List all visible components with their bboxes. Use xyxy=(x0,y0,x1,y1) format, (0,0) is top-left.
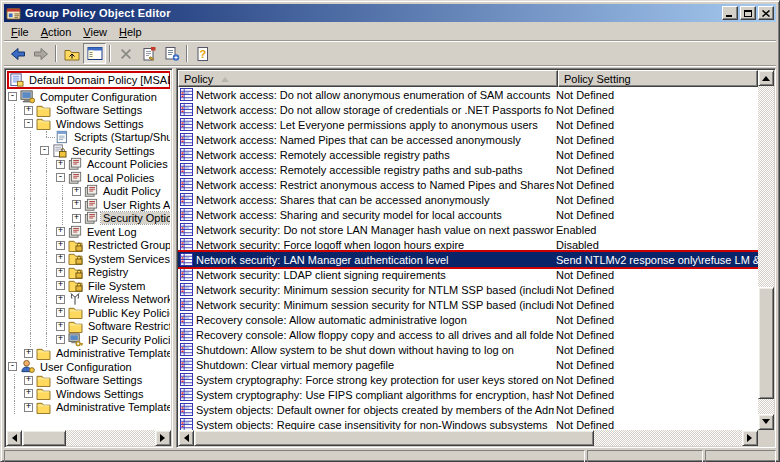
policy-row-recovery-console-allow-automatic-adminis[interactable]: Recovery console: Allow automatic admini… xyxy=(178,312,758,327)
title-bar[interactable]: Group Policy Object Editor xyxy=(4,4,776,22)
tree-horizontal-scrollbar[interactable] xyxy=(6,430,171,446)
close-button[interactable] xyxy=(758,6,774,20)
policy-row-network-access-sharing-and-security-mode[interactable]: Network access: Sharing and security mod… xyxy=(178,207,758,222)
expand-toggle[interactable]: + xyxy=(56,295,65,304)
tree-item-event-log[interactable]: +Event Log xyxy=(7,225,170,239)
tree-item-user-rights-ass[interactable]: +User Rights Ass xyxy=(7,198,170,212)
tree-item-registry[interactable]: +Registry xyxy=(7,266,170,280)
list-vertical-scrollbar[interactable] xyxy=(758,70,774,430)
collapse-toggle[interactable]: - xyxy=(56,173,65,182)
policy-row-system-cryptography-force-strong-key-pro[interactable]: System cryptography: Force strong key pr… xyxy=(178,372,758,387)
expand-toggle[interactable]: + xyxy=(56,335,65,344)
policy-row-recovery-console-allow-floppy-copy-and-a[interactable]: Recovery console: Allow floppy copy and … xyxy=(178,327,758,342)
policy-row-system-objects-require-case-insensitivit[interactable]: System objects: Require case insensitivi… xyxy=(178,417,758,430)
tree-item-audit-policy[interactable]: +Audit Policy xyxy=(7,185,170,199)
expand-toggle[interactable]: + xyxy=(24,349,33,358)
menu-action[interactable]: Action xyxy=(35,24,78,39)
policy-row-network-access-do-not-allow-storage-of-c[interactable]: Network access: Do not allow storage of … xyxy=(178,102,758,117)
scroll-left-button[interactable] xyxy=(6,430,22,446)
tree-item-user-configuration[interactable]: -User Configuration xyxy=(7,360,170,374)
expand-toggle[interactable]: + xyxy=(24,106,33,115)
collapse-toggle[interactable]: - xyxy=(8,362,17,371)
expand-toggle[interactable]: + xyxy=(56,254,65,263)
tree-item-default-domain-policy-msad2-dc-2[interactable]: Default Domain Policy [MSAD2-DC-2 xyxy=(9,73,169,87)
policy-row-shutdown-clear-virtual-memory-pagefile[interactable]: Shutdown: Clear virtual memory pagefileN… xyxy=(178,357,758,372)
tree-item-administrative-templates[interactable]: +Administrative Templates xyxy=(7,347,170,361)
scroll-thumb[interactable] xyxy=(22,430,66,446)
scroll-track[interactable] xyxy=(594,430,742,446)
expand-toggle[interactable]: + xyxy=(56,160,65,169)
tree-item-wireless-network-i[interactable]: +Wireless Network (I xyxy=(7,293,170,307)
tree-item-public-key-policies[interactable]: +Public Key Policies xyxy=(7,306,170,320)
tree-item-administrative-templates[interactable]: +Administrative Templates xyxy=(7,401,170,415)
expand-toggle[interactable]: + xyxy=(72,187,81,196)
policy-row-network-access-let-everyone-permissions-[interactable]: Network access: Let Everyone permissions… xyxy=(178,117,758,132)
delete-button[interactable] xyxy=(114,43,137,64)
expand-toggle[interactable]: + xyxy=(24,403,33,412)
policy-row-network-security-lan-manager-authenticat[interactable]: Network security: LAN Manager authentica… xyxy=(178,252,758,267)
tree-item-security-option[interactable]: +Security Option xyxy=(7,212,170,226)
policy-row-network-access-shares-that-can-be-access[interactable]: Network access: Shares that can be acces… xyxy=(178,192,758,207)
minimize-button[interactable] xyxy=(722,6,738,20)
tree-item-scripts-startup-shutdo[interactable]: Scripts (Startup/Shutdo xyxy=(7,131,170,145)
tree-item-computer-configuration[interactable]: -Computer Configuration xyxy=(7,90,170,104)
tree-item-software-settings[interactable]: +Software Settings xyxy=(7,374,170,388)
tree-item-windows-settings[interactable]: +Windows Settings xyxy=(7,387,170,401)
expand-toggle[interactable]: + xyxy=(72,200,81,209)
scroll-right-button[interactable] xyxy=(155,430,171,446)
scroll-thumb[interactable] xyxy=(194,430,594,446)
expand-toggle[interactable]: + xyxy=(24,376,33,385)
menu-view[interactable]: View xyxy=(77,24,113,39)
list-horizontal-scrollbar[interactable] xyxy=(178,430,758,446)
tree-item-account-policies[interactable]: +Account Policies xyxy=(7,158,170,172)
scroll-track[interactable] xyxy=(758,86,774,414)
tree-item-security-settings[interactable]: -Security Settings xyxy=(7,144,170,158)
column-header-policy[interactable]: Policy xyxy=(178,70,558,87)
maximize-button[interactable] xyxy=(740,6,756,20)
policy-row-network-security-force-logoff-when-logon[interactable]: Network security: Force logoff when logo… xyxy=(178,237,758,252)
scroll-right-button[interactable] xyxy=(742,430,758,446)
up-one-level-button[interactable] xyxy=(60,43,83,64)
tree-item-restricted-groups[interactable]: +Restricted Groups xyxy=(7,239,170,253)
scroll-track[interactable] xyxy=(66,430,155,446)
collapse-toggle[interactable]: - xyxy=(8,92,17,101)
policy-row-network-security-do-not-store-lan-manage[interactable]: Network security: Do not store LAN Manag… xyxy=(178,222,758,237)
policy-row-network-access-named-pipes-that-can-be-a[interactable]: Network access: Named Pipes that can be … xyxy=(178,132,758,147)
tree-item-local-policies[interactable]: -Local Policies xyxy=(7,171,170,185)
scroll-left-button[interactable] xyxy=(178,430,194,446)
tree-item-software-restriction[interactable]: +Software Restriction xyxy=(7,320,170,334)
expand-toggle[interactable]: + xyxy=(24,389,33,398)
policy-row-network-access-remotely-accessible-regis[interactable]: Network access: Remotely accessible regi… xyxy=(178,147,758,162)
expand-toggle[interactable]: + xyxy=(72,214,81,223)
export-list-button[interactable] xyxy=(160,43,183,64)
scroll-up-button[interactable] xyxy=(758,70,774,86)
tree-item-software-settings[interactable]: +Software Settings xyxy=(7,104,170,118)
menu-file[interactable]: File xyxy=(5,24,35,39)
policy-row-network-access-restrict-anonymous-access[interactable]: Network access: Restrict anonymous acces… xyxy=(178,177,758,192)
scroll-thumb[interactable] xyxy=(758,287,774,399)
policy-row-network-access-remotely-accessible-regis[interactable]: Network access: Remotely accessible regi… xyxy=(178,162,758,177)
policy-row-system-objects-default-owner-for-objects[interactable]: System objects: Default owner for object… xyxy=(178,402,758,417)
policy-row-network-security-minimum-session-securit[interactable]: Network security: Minimum session securi… xyxy=(178,282,758,297)
expand-toggle[interactable]: + xyxy=(56,227,65,236)
collapse-toggle[interactable]: - xyxy=(40,146,49,155)
expand-toggle[interactable]: + xyxy=(56,268,65,277)
tree-item-system-services[interactable]: +System Services xyxy=(7,252,170,266)
tree-item-windows-settings[interactable]: -Windows Settings xyxy=(7,117,170,131)
help-button[interactable]: ? xyxy=(191,43,214,64)
policy-row-network-access-do-not-allow-anonymous-en[interactable]: Network access: Do not allow anonymous e… xyxy=(178,87,758,102)
policy-row-system-cryptography-use-fips-compliant-a[interactable]: System cryptography: Use FIPS compliant … xyxy=(178,387,758,402)
expand-toggle[interactable]: + xyxy=(56,308,65,317)
expand-toggle[interactable]: + xyxy=(56,241,65,250)
policy-row-network-security-minimum-session-securit[interactable]: Network security: Minimum session securi… xyxy=(178,297,758,312)
policy-row-network-security-ldap-client-signing-req[interactable]: Network security: LDAP client signing re… xyxy=(178,267,758,282)
properties-button[interactable] xyxy=(137,43,160,64)
menu-help[interactable]: Help xyxy=(113,24,148,39)
tree-item-file-system[interactable]: +File System xyxy=(7,279,170,293)
tree-item-ip-security-policies[interactable]: +IP Security Policies xyxy=(7,333,170,347)
show-hide-console-tree-button[interactable] xyxy=(83,43,106,64)
scroll-down-button[interactable] xyxy=(758,414,774,430)
forward-button[interactable] xyxy=(29,43,52,64)
expand-toggle[interactable]: + xyxy=(56,281,65,290)
column-header-policy-setting[interactable]: Policy Setting xyxy=(558,70,758,87)
